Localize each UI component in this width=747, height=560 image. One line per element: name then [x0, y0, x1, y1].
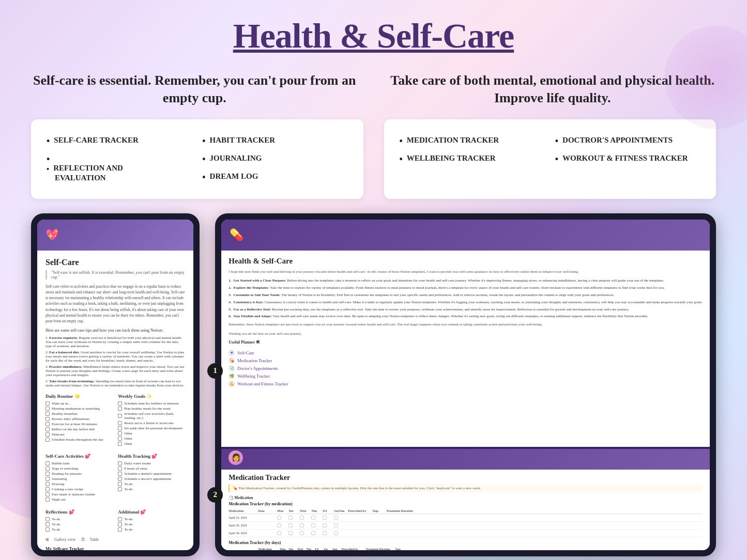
left-screen-content: Self-Care "Self-care is not selfish. It …	[37, 251, 193, 550]
lower-screen-header: 👩	[221, 449, 710, 470]
step-4: 4. Consistency is Key: Consistency is cr…	[228, 300, 703, 305]
check-meals: Plan healthy meals for the week	[118, 406, 185, 411]
feature-box-left-grid: SELF-CARE TRACKER •REFLECTION AND EVALUA…	[47, 132, 348, 186]
health-tracking-col: Health Tracking 💕 Daily water intake 8 h…	[118, 450, 185, 502]
link-workout[interactable]: 💪 Workout and Fitness Tracker	[228, 381, 703, 387]
check-refl-2: To-do	[45, 522, 113, 527]
row2-fri	[323, 523, 327, 527]
link-dot-3: 🩺	[228, 365, 235, 371]
subtitles-row: Self-care is essential. Remember, you ca…	[31, 72, 716, 107]
h2-sun: Sun	[332, 548, 340, 550]
row1-tue	[288, 516, 293, 520]
check-schedule-self: Schedule self-care activities (bath, rea…	[118, 411, 185, 421]
med-tracker-title: Medication Tracker	[228, 474, 703, 482]
link-dot-1: ♥	[228, 350, 235, 356]
check-affirmations: Review daily affirmations	[45, 416, 113, 422]
tip-3: 3. Practice mindfulness. Mindfulness hel…	[45, 365, 185, 377]
feature-col-right-right: DOCTROR'S APPOINTMENTS WORKOUT & FITNESS…	[555, 132, 700, 168]
feature-item-6: MEDICATION TRACKER	[400, 132, 545, 150]
selfcare-health-grid: Self-Care Activities 💕 Bubble bath Yoga …	[45, 450, 185, 502]
check-skincare: Skincare	[45, 432, 113, 437]
right-screen-title: Health & Self-Care	[228, 257, 703, 266]
feature-item-7: WELLBEING TRACKER	[400, 150, 545, 168]
check-meditation: Morning meditation or stretching	[45, 406, 113, 411]
additional-title: Additional 💕	[118, 509, 185, 515]
h2-medication: Medication	[258, 548, 279, 550]
check-reach-out: Reach out to a friend or loved one	[118, 421, 185, 426]
medication-label: 📋 Medication	[228, 495, 703, 500]
link-dot-4: 🌿	[228, 373, 235, 379]
right-device-wrapper: 1 2 💊 Health & Self-Care I hope this no	[215, 213, 716, 556]
link-workout-label: Workout and Fitness Tracker	[237, 381, 288, 386]
wish-text: Wishing you all the best on your self-ca…	[228, 332, 703, 336]
heart-icon: 💖	[45, 228, 59, 242]
feature-boxes-row: SELF-CARE TRACKER •REFLECTION AND EVALUA…	[31, 119, 716, 199]
check-sleep: 8 hours of sleep	[118, 466, 185, 471]
row3-sat	[334, 531, 338, 535]
feature-item-4: JOURNALING	[202, 150, 347, 168]
link-medication[interactable]: 💊 Medication Tracker	[228, 357, 703, 364]
check-doctor: Schedule a doctor's appointment	[118, 476, 185, 481]
check-breaks: Schedule breaks throughout the day	[45, 437, 113, 442]
row1-thu	[311, 516, 315, 520]
screen-upper: 💊 Health & Self-Care I hope this note fi…	[221, 220, 710, 447]
check-other-3: Other	[118, 441, 185, 446]
feature-box-left: SELF-CARE TRACKER •REFLECTION AND EVALUA…	[31, 119, 363, 199]
row3-mon	[277, 531, 281, 535]
gallery-label: Gallery view	[54, 537, 76, 542]
left-screen-body: Self-care refers to activities and pract…	[45, 284, 185, 324]
row3-wed	[300, 531, 304, 535]
row1-sat	[334, 516, 338, 520]
check-todo-1: To-do	[118, 481, 185, 487]
check-cooking: Cooking a new recipe	[45, 487, 113, 492]
navigation-links: ♥ Self-Care 💊 Medication Tracker 🩺	[228, 350, 703, 387]
left-screen-quote: "Self-care is not selfish. It is essenti…	[45, 270, 185, 279]
view-toggle: ⊞ Gallery view ☰ Table	[45, 537, 185, 542]
col-dose: Dose	[258, 509, 276, 512]
left-screen-header: 💖	[37, 220, 193, 251]
gallery-icon: ⊞	[45, 537, 49, 542]
feature-box-right: MEDICATION TRACKER WELLBEING TRACKER DOC…	[384, 119, 716, 199]
left-screen-title: Self-Care	[45, 258, 185, 267]
check-wake: Wake up at...	[45, 401, 113, 406]
link-dot-5: 💪	[228, 381, 235, 387]
selfcare-activities-title: Self-Care Activities 💕	[45, 454, 113, 459]
closing-text: Remember, these Notion templates are jus…	[228, 322, 703, 328]
left-device: 💖 Self-Care "Self-care is not selfish. I…	[31, 213, 200, 556]
page-container: Health & Self-Care Self-care is essentia…	[0, 0, 747, 560]
step-6: 6. Stay Flexible and Adapt: Your health …	[228, 314, 703, 319]
h2-prescribed: Prescribed by	[341, 548, 364, 550]
badge-2: 2	[207, 487, 223, 503]
med-table-title-2: Medication Tracker (by days)	[228, 540, 703, 545]
col-tue: Tue	[288, 509, 299, 512]
link-self-care[interactable]: ♥ Self-Care	[228, 350, 703, 356]
row1-wed	[300, 516, 304, 520]
check-journaling: Journaling	[45, 476, 113, 481]
reflections-col: Reflections 💕 To-do To-do To-do	[45, 506, 113, 532]
link-dot-2: 💊	[228, 357, 235, 364]
check-dentist: Schedule a dentist's appointment	[118, 471, 185, 476]
med-table-2-header: Medication Mon Tue Wed Thu Fri Sat Sun P…	[228, 547, 703, 550]
col-duration: Treatment Duration	[386, 509, 420, 512]
link-doctor[interactable]: 🩺 Doctor's Appointments	[228, 365, 703, 371]
col-fri: Fri	[323, 509, 333, 512]
right-screen-header: 💊	[221, 220, 710, 251]
row1-date: April 22, 2024	[228, 516, 257, 519]
col-mon: Mon	[277, 509, 287, 512]
tip-2: 2. Eat a balanced diet. Good nutrition i…	[45, 350, 185, 363]
check-hobbies: Schedule time for hobbies or interests	[118, 401, 185, 406]
feature-item-1: SELF-CARE TRACKER	[47, 132, 192, 150]
table-label: Table	[90, 537, 99, 542]
check-bubble: Bubble bath	[45, 461, 113, 466]
med-row-1: April 22, 2024	[228, 514, 703, 522]
med-table-header: Medication Dose Mon Tue Wed Thu Fri Sat/…	[228, 508, 703, 514]
check-night-out: Night out	[45, 497, 113, 502]
check-exercise: Exercise for at least 30 minutes	[45, 422, 113, 427]
link-wellbeing[interactable]: 🌿 Wellbeing Tracker	[228, 373, 703, 379]
feature-item-9: WORKOUT & FITNESS TRACKER	[555, 150, 700, 168]
link-self-care-label: Self-Care	[237, 350, 254, 355]
col-thu: Thu	[311, 509, 322, 512]
avatar-icon: 👩	[228, 450, 243, 465]
feature-item-3: HABIT TRACKER	[202, 132, 347, 150]
col-tags: Tags	[372, 509, 385, 512]
